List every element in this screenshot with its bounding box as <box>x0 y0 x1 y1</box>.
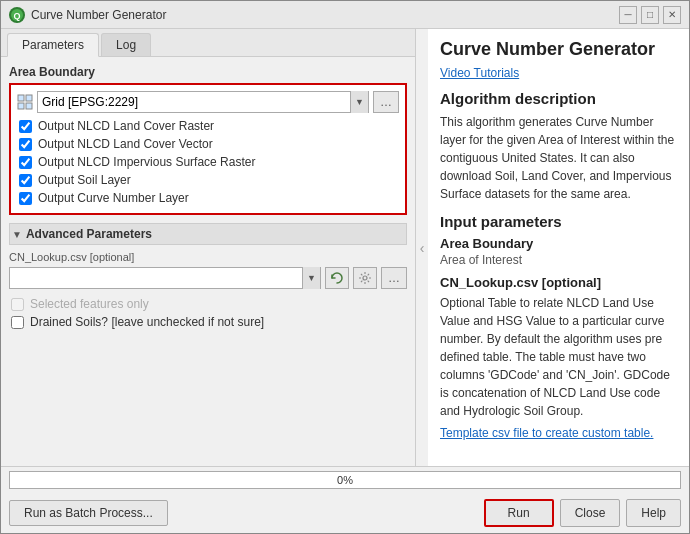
grid-combo-input[interactable] <box>38 95 350 109</box>
main-window: Q Curve Number Generator ─ □ ✕ Parameter… <box>0 0 690 534</box>
grid-input-row: ▼ … <box>17 91 399 113</box>
checkbox-soil-layer: Output Soil Layer <box>17 171 399 189</box>
maximize-button[interactable]: □ <box>641 6 659 24</box>
drained-soils-row: Drained Soils? [leave unchecked if not s… <box>9 313 407 331</box>
cn-lookup-combo[interactable]: ▼ <box>9 267 321 289</box>
svg-rect-2 <box>18 95 24 101</box>
window-title: Curve Number Generator <box>31 8 166 22</box>
grid-combo-arrow[interactable]: ▼ <box>350 91 368 113</box>
panel-divider[interactable]: ‹ <box>416 29 428 466</box>
checkbox-nlcd-impervious: Output NLCD Impervious Surface Raster <box>17 153 399 171</box>
cn-lookup-browse-button[interactable]: … <box>381 267 407 289</box>
cn-lookup-row: ▼ <box>9 267 407 289</box>
nlcd-vector-checkbox[interactable] <box>19 138 32 151</box>
grid-combo[interactable]: ▼ <box>37 91 369 113</box>
grid-icon <box>17 94 33 110</box>
template-csv-link[interactable]: Template csv file to create custom table… <box>440 426 653 440</box>
advanced-section: ▼ Advanced Parameters CN_Lookup.csv [opt… <box>9 223 407 331</box>
right-panel: Curve Number Generator Video Tutorials A… <box>428 29 689 466</box>
drained-soils-checkbox[interactable] <box>11 316 24 329</box>
nlcd-impervious-label: Output NLCD Impervious Surface Raster <box>38 155 255 169</box>
area-boundary-box: ▼ … Output NLCD Land Cover Raster Output… <box>9 83 407 215</box>
checkbox-curve-number: Output Curve Number Layer <box>17 189 399 207</box>
svg-rect-3 <box>26 95 32 101</box>
bottom-bar: 0% Run as Batch Process... Run Close Hel… <box>1 466 689 533</box>
progress-row: 0% <box>1 467 689 493</box>
area-boundary-param-sub: Area of Interest <box>440 253 677 267</box>
area-boundary-label: Area Boundary <box>9 65 407 79</box>
cn-lookup-input[interactable] <box>10 271 302 285</box>
drained-soils-label: Drained Soils? [leave unchecked if not s… <box>30 315 264 329</box>
cn-lookup-param-text: Optional Table to relate NLCD Land Use V… <box>440 294 677 420</box>
cn-lookup-refresh-button[interactable] <box>325 267 349 289</box>
svg-rect-5 <box>26 103 32 109</box>
soil-layer-checkbox[interactable] <box>19 174 32 187</box>
minimize-button[interactable]: ─ <box>619 6 637 24</box>
svg-point-6 <box>363 276 367 280</box>
nlcd-raster-checkbox[interactable] <box>19 120 32 133</box>
cn-lookup-arrow[interactable]: ▼ <box>302 267 320 289</box>
buttons-row: Run as Batch Process... Run Close Help <box>1 493 689 533</box>
progress-bar: 0% <box>9 471 681 489</box>
help-button[interactable]: Help <box>626 499 681 527</box>
run-batch-button[interactable]: Run as Batch Process... <box>9 500 168 526</box>
video-tutorials-link[interactable]: Video Tutorials <box>440 66 677 80</box>
grid-browse-button[interactable]: … <box>373 91 399 113</box>
run-button[interactable]: Run <box>484 499 554 527</box>
svg-rect-4 <box>18 103 24 109</box>
params-content: Area Boundary <box>1 57 415 466</box>
nlcd-impervious-checkbox[interactable] <box>19 156 32 169</box>
selected-features-label: Selected features only <box>30 297 149 311</box>
algo-description-text: This algorithm generates Curve Number la… <box>440 113 677 203</box>
area-boundary-param-title: Area Boundary <box>440 236 677 251</box>
advanced-header[interactable]: ▼ Advanced Parameters <box>9 223 407 245</box>
app-icon: Q <box>9 7 25 23</box>
checkbox-nlcd-vector: Output NLCD Land Cover Vector <box>17 135 399 153</box>
nlcd-vector-label: Output NLCD Land Cover Vector <box>38 137 213 151</box>
selected-features-row: Selected features only <box>9 295 407 313</box>
progress-label: 0% <box>10 472 680 488</box>
tab-bar: Parameters Log <box>1 29 415 57</box>
tab-parameters[interactable]: Parameters <box>7 33 99 57</box>
left-panel: Parameters Log Area Boundary <box>1 29 416 466</box>
tab-log[interactable]: Log <box>101 33 151 56</box>
algo-description-title: Algorithm description <box>440 90 677 107</box>
close-button[interactable]: ✕ <box>663 6 681 24</box>
close-button[interactable]: Close <box>560 499 621 527</box>
advanced-label: Advanced Parameters <box>26 227 152 241</box>
svg-text:Q: Q <box>13 11 20 21</box>
content-area: Parameters Log Area Boundary <box>1 29 689 466</box>
selected-features-checkbox[interactable] <box>11 298 24 311</box>
checkbox-nlcd-raster: Output NLCD Land Cover Raster <box>17 117 399 135</box>
cn-lookup-param-title: CN_Lookup.csv [optional] <box>440 275 677 290</box>
input-params-title: Input parameters <box>440 213 677 230</box>
soil-layer-label: Output Soil Layer <box>38 173 131 187</box>
cn-lookup-settings-button[interactable] <box>353 267 377 289</box>
help-title: Curve Number Generator <box>440 39 677 60</box>
collapse-arrow-icon: ▼ <box>12 229 22 240</box>
curve-number-label: Output Curve Number Layer <box>38 191 189 205</box>
nlcd-raster-label: Output NLCD Land Cover Raster <box>38 119 214 133</box>
curve-number-checkbox[interactable] <box>19 192 32 205</box>
cn-lookup-label: CN_Lookup.csv [optional] <box>9 251 407 263</box>
titlebar: Q Curve Number Generator ─ □ ✕ <box>1 1 689 29</box>
